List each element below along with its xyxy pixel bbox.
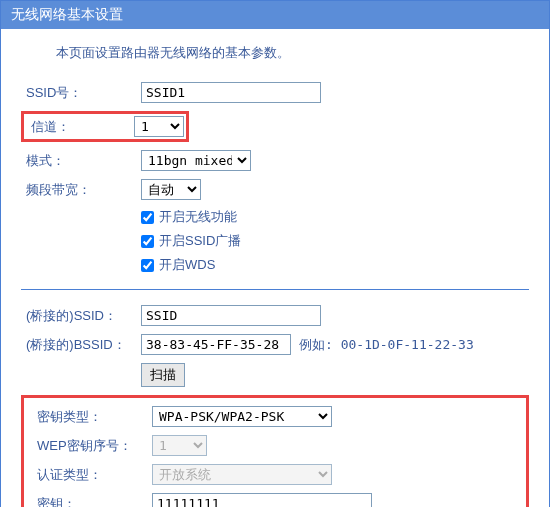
scan-button[interactable]: 扫描 [141, 363, 185, 387]
description-text: 本页面设置路由器无线网络的基本参数。 [56, 44, 529, 62]
divider [21, 289, 529, 290]
bandwidth-select[interactable]: 自动 [141, 179, 201, 200]
key-type-label: 密钥类型： [32, 408, 152, 426]
key-type-select[interactable]: WPA-PSK/WPA2-PSK [152, 406, 332, 427]
auth-type-select: 开放系统 [152, 464, 332, 485]
enable-wds-label: 开启WDS [159, 256, 215, 274]
enable-wireless-checkbox[interactable] [141, 211, 154, 224]
channel-label: 信道： [26, 118, 134, 136]
bridged-ssid-input[interactable] [141, 305, 321, 326]
bridged-ssid-label: (桥接的)SSID： [21, 307, 141, 325]
enable-ssid-broadcast-label: 开启SSID广播 [159, 232, 241, 250]
mode-label: 模式： [21, 152, 141, 170]
key-label: 密钥： [32, 495, 152, 508]
enable-wds-checkbox[interactable] [141, 259, 154, 272]
window-title: 无线网络基本设置 [1, 1, 549, 29]
bandwidth-label: 频段带宽： [21, 181, 141, 199]
auth-type-label: 认证类型： [32, 466, 152, 484]
wep-index-label: WEP密钥序号： [32, 437, 152, 455]
wep-index-select: 1 [152, 435, 207, 456]
bssid-example-hint: 例如: 00-1D-0F-11-22-33 [299, 336, 474, 354]
bridged-bssid-input[interactable] [141, 334, 291, 355]
ssid-input[interactable] [141, 82, 321, 103]
bridged-bssid-label: (桥接的)BSSID： [21, 336, 141, 354]
channel-select[interactable]: 1 [134, 116, 184, 137]
key-input[interactable] [152, 493, 372, 507]
enable-wireless-label: 开启无线功能 [159, 208, 237, 226]
ssid-label: SSID号： [21, 84, 141, 102]
enable-ssid-broadcast-checkbox[interactable] [141, 235, 154, 248]
mode-select[interactable]: 11bgn mixed [141, 150, 251, 171]
